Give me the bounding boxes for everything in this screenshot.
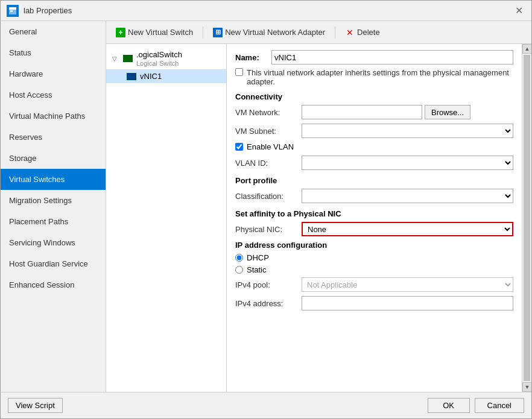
- sidebar-scroll: General Status Hardware Host Access Virt…: [1, 21, 106, 392]
- dhcp-label: DHCP: [247, 253, 269, 262]
- delete-button[interactable]: ✕ Delete: [341, 26, 384, 39]
- switch-icon: [123, 55, 133, 62]
- new-switch-icon: +: [116, 28, 125, 37]
- physical-nic-value: None: [302, 222, 513, 236]
- sidebar-item-virtual-switches[interactable]: Virtual Switches: [1, 169, 106, 190]
- classification-label: Classification:: [235, 192, 302, 201]
- classification-value: [302, 189, 513, 203]
- window-icon: [7, 5, 19, 17]
- inherits-row: This virtual network adapter inherits se…: [235, 68, 513, 86]
- toolbar-separator-2: [335, 27, 335, 39]
- svg-rect-1: [9, 7, 16, 10]
- sidebar-item-placement[interactable]: Placement Paths: [1, 211, 106, 232]
- vlan-id-select[interactable]: [302, 156, 513, 170]
- bottom-left: View Script: [8, 398, 63, 413]
- classification-row: Classification:: [235, 189, 513, 203]
- sidebar-item-general[interactable]: General: [1, 21, 106, 42]
- vm-subnet-value: [302, 124, 513, 138]
- sidebar-item-vm-paths[interactable]: Virtual Machine Paths: [1, 106, 106, 127]
- nic-icon: [127, 73, 136, 80]
- scroll-down-arrow[interactable]: ▼: [522, 382, 531, 392]
- tree-switch-node[interactable]: ▽ .ogicalSwitch Logical Switch: [106, 48, 226, 69]
- new-virtual-switch-button[interactable]: + New Virtual Switch: [112, 26, 197, 39]
- inherits-checkbox[interactable]: [235, 68, 243, 76]
- physical-nic-row: Physical NIC: None: [235, 222, 513, 236]
- ipv4-pool-row: IPv4 pool: Not Applicable: [235, 277, 513, 292]
- ipv4-address-row: IPv4 address:: [235, 296, 513, 310]
- sidebar-item-host-access[interactable]: Host Access: [1, 84, 106, 106]
- toolbar: + New Virtual Switch ⊞ New Virtual Netwo…: [106, 21, 531, 44]
- vm-subnet-row: VM Subnet:: [235, 124, 513, 138]
- name-input[interactable]: [271, 50, 513, 65]
- ipv4-address-value: [302, 296, 513, 310]
- main-content: General Status Hardware Host Access Virt…: [1, 21, 531, 392]
- physical-nic-select[interactable]: None: [302, 222, 513, 236]
- vlan-id-value: [302, 156, 513, 170]
- set-affinity-header: Set affinity to a Physical NIC: [235, 209, 513, 218]
- name-label: Name:: [235, 53, 271, 62]
- enable-vlan-label: Enable VLAN: [247, 142, 294, 151]
- static-radio[interactable]: [235, 266, 243, 274]
- view-script-button[interactable]: View Script: [8, 398, 63, 413]
- new-adapter-label: New Virtual Network Adapter: [225, 28, 325, 37]
- delete-icon: ✕: [345, 28, 355, 37]
- ip-config-header: IP address configuration: [235, 241, 513, 250]
- svg-rect-2: [10, 10, 13, 12]
- connectivity-header: Connectivity: [235, 92, 513, 101]
- vm-subnet-select[interactable]: [302, 124, 513, 138]
- toolbar-separator-1: [203, 27, 203, 39]
- sidebar-item-servicing[interactable]: Servicing Windows: [1, 232, 106, 253]
- inherits-text: This virtual network adapter inherits se…: [247, 68, 513, 86]
- sidebar-item-storage[interactable]: Storage: [1, 148, 106, 169]
- tree-nic-label: vNIC1: [140, 72, 162, 81]
- sidebar-item-status[interactable]: Status: [1, 42, 106, 63]
- vm-network-input[interactable]: [302, 105, 422, 119]
- delete-label: Delete: [357, 28, 380, 37]
- scroll-up-arrow[interactable]: ▲: [522, 44, 531, 54]
- enable-vlan-checkbox[interactable]: [235, 143, 243, 151]
- sidebar-item-guardian[interactable]: Host Guardian Service: [1, 253, 106, 274]
- title-bar-left: lab Properties: [7, 5, 72, 17]
- static-row: Static: [235, 265, 513, 274]
- static-label: Static: [247, 265, 267, 274]
- bottom-bar: View Script OK Cancel: [1, 392, 531, 418]
- sidebar-item-enhanced[interactable]: Enhanced Session: [1, 274, 106, 295]
- tree-switch-sublabel: Logical Switch: [136, 60, 182, 67]
- classification-select[interactable]: [302, 189, 513, 203]
- ipv4-pool-select[interactable]: Not Applicable: [302, 277, 513, 292]
- panel-body: ▽ .ogicalSwitch Logical Switch vNIC1: [106, 44, 531, 392]
- window-title: lab Properties: [24, 6, 72, 15]
- right-panel: + New Virtual Switch ⊞ New Virtual Netwo…: [106, 21, 531, 392]
- new-switch-label: New Virtual Switch: [128, 28, 193, 37]
- tree-nic-node[interactable]: vNIC1: [106, 69, 226, 83]
- detail-pane: Name: This virtual network adapter inher…: [227, 44, 522, 392]
- enable-vlan-row: Enable VLAN: [235, 142, 513, 151]
- sidebar-item-migration[interactable]: Migration Settings: [1, 190, 106, 211]
- port-profile-header: Port profile: [235, 176, 513, 185]
- ipv4-address-label: IPv4 address:: [235, 299, 302, 308]
- ok-button[interactable]: OK: [428, 398, 470, 413]
- sidebar-item-hardware[interactable]: Hardware: [1, 63, 106, 84]
- title-bar: lab Properties ✕: [1, 1, 531, 21]
- close-button[interactable]: ✕: [513, 5, 525, 16]
- name-row: Name:: [235, 50, 513, 65]
- new-network-adapter-button[interactable]: ⊞ New Virtual Network Adapter: [209, 26, 329, 39]
- scroll-thumb[interactable]: [524, 55, 530, 381]
- dhcp-radio[interactable]: [235, 254, 243, 262]
- tree-switch-label: .ogicalSwitch: [136, 50, 182, 59]
- tree-switch-container: .ogicalSwitch Logical Switch: [136, 50, 182, 67]
- physical-nic-label: Physical NIC:: [235, 225, 302, 234]
- browse-button[interactable]: Browse...: [425, 105, 470, 119]
- sidebar-item-reserves[interactable]: Reserves: [1, 127, 106, 148]
- main-window: lab Properties ✕ General Status Hardware…: [0, 0, 532, 419]
- vm-subnet-label: VM Subnet:: [235, 127, 302, 136]
- cancel-button[interactable]: Cancel: [475, 398, 524, 413]
- vm-network-row: VM Network: Browse...: [235, 105, 513, 119]
- ipv4-address-input[interactable]: [302, 296, 513, 310]
- tree-pane: ▽ .ogicalSwitch Logical Switch vNIC1: [106, 44, 227, 392]
- ipv4-pool-value: Not Applicable: [302, 277, 513, 292]
- dhcp-row: DHCP: [235, 253, 513, 262]
- vm-network-label: VM Network:: [235, 108, 302, 117]
- tree-expand-icon: ▽: [112, 55, 121, 62]
- sidebar: General Status Hardware Host Access Virt…: [1, 21, 106, 392]
